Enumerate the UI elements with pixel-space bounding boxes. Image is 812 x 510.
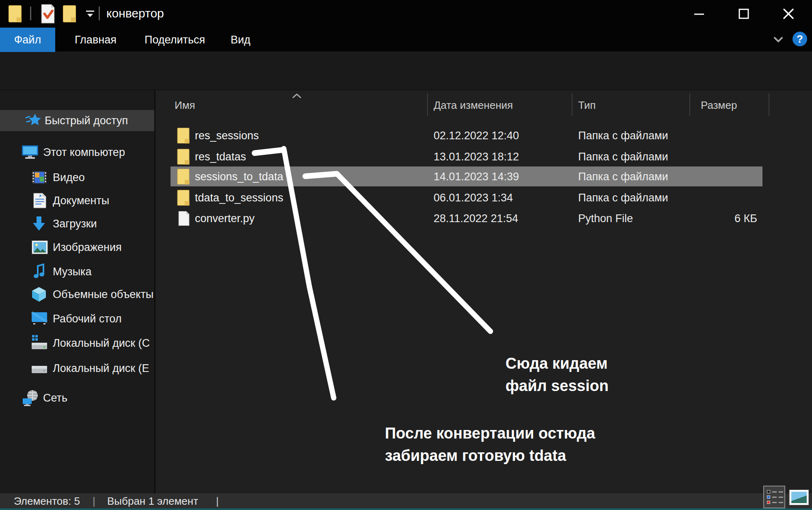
sidebar-item-label: Сеть: [43, 392, 67, 404]
music-icon: [32, 264, 47, 280]
sidebar-item-label: Видео: [53, 171, 85, 184]
sidebar-item-label: Документы: [53, 194, 109, 207]
sidebar-item-3d-objects[interactable]: Объемные объекты: [0, 284, 154, 305]
sidebar-item-label: Быстрый доступ: [45, 115, 128, 127]
status-bar: Элементов: 5 | Выбран 1 элемент |: [0, 493, 812, 508]
annotation-tdata-note: После конвертации остюда забираем готову…: [385, 422, 595, 467]
collapse-ribbon-icon[interactable]: [772, 35, 784, 45]
status-separator: |: [93, 495, 95, 507]
close-button[interactable]: [776, 5, 801, 23]
help-icon[interactable]: ?: [793, 32, 807, 46]
sidebar-item-music[interactable]: Музыка: [0, 261, 154, 282]
selected-count[interactable]: Выбран 1 элемент: [107, 495, 198, 507]
maximize-button[interactable]: [732, 5, 756, 23]
folder-icon[interactable]: [8, 5, 22, 22]
new-folder-icon[interactable]: [63, 5, 76, 22]
sidebar-item-local-disk-e[interactable]: Локальный диск (E: [0, 358, 154, 379]
tab-view[interactable]: Вид: [220, 28, 261, 52]
properties-check-icon[interactable]: [41, 4, 55, 24]
sidebar-item-pictures[interactable]: Изображения: [0, 237, 154, 258]
system-drive-icon: [31, 335, 48, 352]
title-bar: конвертор: [0, 0, 812, 28]
pictures-icon: [32, 240, 48, 254]
file-row-converter-py[interactable]: converter.py 28.11.2022 21:54 Python Fil…: [155, 208, 812, 229]
qat-customize-icon[interactable]: [84, 10, 96, 19]
annotation-session-note: Сюда кидаем файл session: [505, 352, 609, 397]
details-view-button[interactable]: [763, 486, 785, 508]
minimize-button[interactable]: [687, 5, 711, 23]
sidebar-item-documents[interactable]: Документы: [0, 190, 154, 211]
documents-icon: [33, 193, 46, 208]
sidebar-item-this-pc[interactable]: Этот компьютер: [0, 142, 154, 163]
column-resize-handle[interactable]: [689, 93, 690, 116]
file-row-res-sessions[interactable]: res_sessions 02.12.2022 12:40 Папка с фа…: [155, 125, 812, 146]
column-header-size[interactable]: Размер: [701, 99, 737, 112]
drive-icon: [31, 365, 48, 374]
ribbon-tab-bar: Файл Главная Поделиться Вид ?: [0, 28, 812, 52]
sidebar-item-label: Локальный диск (E: [53, 362, 149, 375]
tab-home[interactable]: Главная: [64, 28, 127, 52]
file-row-sessions-to-tdata-selected[interactable]: sessions_to_tdata 14.01.2023 14:39 Папка…: [155, 166, 812, 187]
folder-icon: [177, 190, 190, 205]
sidebar-item-label: Загрузки: [53, 218, 97, 230]
large-icons-view-button[interactable]: [789, 490, 809, 505]
sidebar-item-label: Изображения: [53, 241, 122, 254]
folder-icon: [177, 149, 190, 164]
downloads-icon: [31, 216, 47, 232]
navigation-bar: конвертор Поиск в: ...: [0, 52, 812, 90]
desktop-icon: [31, 311, 48, 326]
sidebar-item-network[interactable]: Сеть: [0, 387, 154, 408]
window-title: конвертор: [106, 6, 164, 20]
sidebar-item-label: Локальный диск (C: [53, 337, 150, 350]
items-count: Элементов: 5: [14, 495, 80, 507]
sidebar-item-videos[interactable]: Видео: [0, 167, 154, 188]
folder-icon: [177, 128, 190, 143]
navigation-pane: Быстрый доступ Этот компьютер Видео Доку…: [0, 90, 154, 493]
qat-separator: [99, 6, 100, 20]
column-header-date[interactable]: Дата изменения: [434, 99, 513, 112]
sidebar-item-label: Этот компьютер: [43, 146, 125, 159]
file-row-tdata-to-sessions[interactable]: tdata_to_sessions 06.01.2023 1:34 Папка …: [155, 187, 812, 208]
3d-objects-icon: [31, 286, 47, 303]
sort-ascending-icon[interactable]: [292, 93, 302, 99]
file-explorer-window: конвертор Файл Главная Поделиться Вид ?: [0, 0, 812, 510]
sidebar-item-label: Музыка: [53, 266, 92, 278]
column-header-type[interactable]: Тип: [578, 99, 596, 112]
thumbnail-icon: [791, 492, 807, 503]
tab-file[interactable]: Файл: [0, 28, 55, 52]
quick-access-star-icon: [25, 113, 41, 128]
sidebar-item-label: Объемные объекты: [53, 288, 153, 301]
computer-icon: [21, 145, 39, 160]
folder-icon: [177, 169, 190, 184]
column-resize-handle[interactable]: [427, 93, 428, 116]
file-row-res-tdatas[interactable]: res_tdatas 13.01.2023 18:12 Папка с файл…: [155, 146, 812, 167]
qat-separator: [30, 6, 31, 20]
column-header-name[interactable]: Имя: [175, 99, 195, 112]
tab-share[interactable]: Поделиться: [134, 28, 216, 52]
sidebar-item-label: Рабочий стол: [53, 313, 122, 325]
network-icon: [21, 389, 40, 406]
column-resize-handle[interactable]: [572, 93, 572, 116]
window-bottom-edge: [0, 508, 812, 510]
video-icon: [32, 170, 47, 185]
sidebar-item-desktop[interactable]: Рабочий стол: [0, 308, 154, 329]
sidebar-item-downloads[interactable]: Загрузки: [0, 213, 154, 234]
sidebar-item-quick-access[interactable]: Быстрый доступ: [0, 110, 154, 131]
sidebar-item-local-disk-c[interactable]: Локальный диск (C: [0, 333, 154, 354]
python-file-icon: [178, 211, 190, 226]
status-separator: |: [216, 495, 219, 507]
column-resize-handle[interactable]: [769, 93, 769, 116]
